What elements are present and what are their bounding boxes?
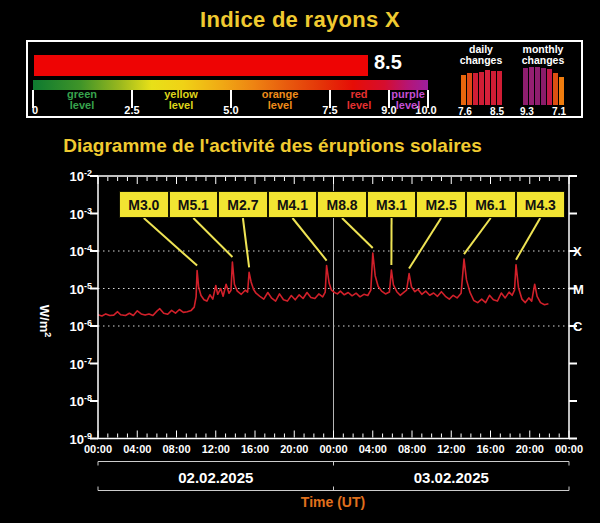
x-axis-tick-label: 16:00: [476, 443, 504, 455]
flare-label: M2.5: [415, 192, 465, 217]
flare-label: M6.1: [465, 192, 515, 217]
flare-label: M2.7: [217, 192, 267, 217]
x-axis-tick-label: 00:00: [555, 443, 583, 455]
flare-label: M3.1: [366, 192, 416, 217]
x-axis-tick-label: 12:00: [437, 443, 465, 455]
time-axis-label: Time (UT): [301, 494, 365, 510]
y-axis-tick-label: 10-8: [32, 391, 92, 409]
y-axis-tick-label: 10-7: [32, 354, 92, 372]
x-axis-tick-label: 20:00: [280, 443, 308, 455]
x-axis-tick-label: 16:00: [241, 443, 269, 455]
y-axis-unit-label: W/m2: [37, 305, 53, 337]
flare-label: M4.1: [267, 192, 317, 217]
class-label-m: M: [573, 282, 584, 297]
flare-label: M3.0: [120, 192, 168, 217]
flare-label: M5.1: [168, 192, 218, 217]
date-label-day1: 02.02.2025: [178, 469, 253, 486]
class-label-x: X: [573, 244, 582, 259]
solar-xray-dashboard: Indice de rayons X 8.5 0 2.5 5.0 7.5 9.0…: [0, 0, 600, 523]
flare-label: M8.8: [316, 192, 366, 217]
x-axis-tick-label: 08:00: [398, 443, 426, 455]
y-axis-tick-label: 10-3: [32, 204, 92, 222]
flare-label: M4.3: [515, 192, 565, 217]
x-axis-tick-label: 08:00: [162, 443, 190, 455]
date-label-day2: 03.02.2025: [414, 469, 489, 486]
x-axis-tick-label: 00:00: [319, 443, 347, 455]
y-axis-tick-label: 10-5: [32, 279, 92, 297]
y-axis-tick-label: 10-4: [32, 241, 92, 259]
x-axis-tick-label: 12:00: [202, 443, 230, 455]
x-axis-tick-label: 04:00: [123, 443, 151, 455]
x-axis-tick-label: 20:00: [516, 443, 544, 455]
x-axis-tick-label: 00:00: [84, 443, 112, 455]
flare-labels-box: M3.0 M5.1 M2.7 M4.1 M8.8 M3.1 M2.5 M6.1 …: [119, 191, 565, 218]
y-axis-tick-label: 10-2: [32, 166, 92, 184]
class-label-c: C: [573, 319, 582, 334]
x-axis-tick-label: 04:00: [359, 443, 387, 455]
